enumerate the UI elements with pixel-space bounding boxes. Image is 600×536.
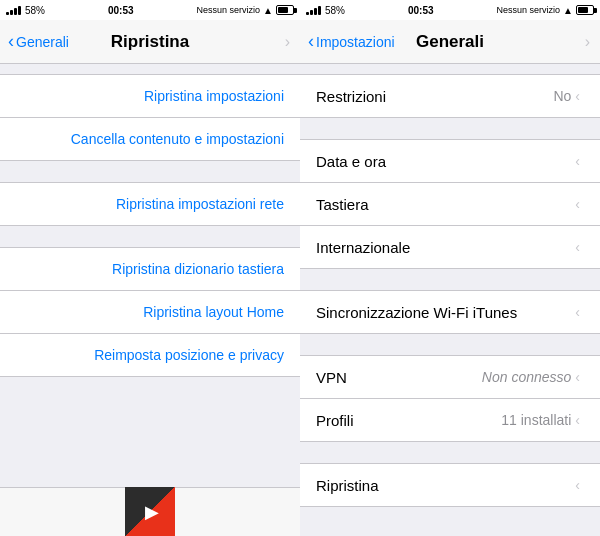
- right-status-right: Nessun servizio ▲: [497, 5, 594, 16]
- right-nav-title: Generali: [416, 32, 484, 52]
- back-chevron-icon-right: ‹: [308, 31, 314, 52]
- right-back-label[interactable]: Impostazioni: [316, 34, 395, 50]
- right-carrier: Nessun servizio: [497, 5, 561, 15]
- chevron-icon: ‹: [575, 196, 580, 212]
- left-section-3: Ripristina dizionario tastiera Ripristin…: [0, 247, 300, 377]
- left-status-right: Nessun servizio ▲: [197, 5, 294, 16]
- list-item[interactable]: Cancella contenuto e impostazioni: [0, 117, 300, 161]
- list-item[interactable]: Sincronizzazione Wi-Fi iTunes ‹: [300, 290, 600, 334]
- left-panel: 58% 00:53 Nessun servizio ▲ ‹ Generali R…: [0, 0, 300, 536]
- right-section-2: Data e ora ‹ Tastiera ‹ Internazionale ‹: [300, 139, 600, 269]
- list-item[interactable]: Internazionale ‹: [300, 225, 600, 269]
- cell-label-ripristina: Ripristina: [316, 477, 379, 494]
- left-status-bar: 58% 00:53 Nessun servizio ▲: [0, 0, 300, 20]
- right-section-4: VPN Non connesso ‹ Profili 11 installati…: [300, 355, 600, 442]
- cell-label-reset-location: Reimposta posizione e privacy: [94, 347, 284, 363]
- right-nav-bar: ‹ Impostazioni Generali ›: [300, 20, 600, 64]
- chevron-icon: ‹: [575, 88, 580, 104]
- play-icon: ▶: [145, 501, 159, 523]
- left-nav-chevron: ›: [285, 33, 290, 51]
- left-nav-title: Ripristina: [111, 32, 189, 52]
- chevron-icon: ‹: [575, 369, 580, 385]
- left-content: Ripristina impostazioni Cancella contenu…: [0, 64, 300, 487]
- battery-icon-right: [576, 5, 594, 15]
- list-item[interactable]: Tastiera ‹: [300, 182, 600, 226]
- cell-label-reset-settings: Ripristina impostazioni: [144, 88, 284, 104]
- cell-value-restrictions: No: [553, 88, 571, 104]
- list-item[interactable]: Ripristina layout Home: [0, 290, 300, 334]
- list-item[interactable]: VPN Non connesso ‹: [300, 355, 600, 399]
- left-status-left: 58%: [6, 5, 45, 16]
- cell-label-keyboard: Tastiera: [316, 196, 369, 213]
- list-item[interactable]: Profili 11 installati ‹: [300, 398, 600, 442]
- left-section-2: Ripristina impostazioni rete: [0, 182, 300, 226]
- cell-value-vpn: Non connesso: [482, 369, 572, 385]
- signal-icon-right: [306, 6, 321, 15]
- left-bottom-bar: ▶: [0, 487, 300, 536]
- signal-icon: [6, 6, 21, 15]
- cell-label-erase-content: Cancella contenuto e impostazioni: [71, 131, 284, 147]
- right-nav-back[interactable]: ‹ Impostazioni: [308, 31, 395, 52]
- list-item[interactable]: Restrizioni No ‹: [300, 74, 600, 118]
- list-item[interactable]: Data e ora ‹: [300, 139, 600, 183]
- cell-label-international: Internazionale: [316, 239, 410, 256]
- cell-value-profiles: 11 installati: [501, 412, 571, 428]
- left-time: 00:53: [108, 5, 134, 16]
- right-section-5: Ripristina ‹: [300, 463, 600, 507]
- right-nav-chevron: ›: [585, 33, 590, 51]
- right-time: 00:53: [408, 5, 434, 16]
- cell-label-itunes-wifi: Sincronizzazione Wi-Fi iTunes: [316, 304, 517, 321]
- right-content: Restrizioni No ‹ Data e ora ‹ Tastiera ‹…: [300, 64, 600, 536]
- cell-label-reset-keyboard: Ripristina dizionario tastiera: [112, 261, 284, 277]
- chevron-icon: ‹: [575, 477, 580, 493]
- right-section-3: Sincronizzazione Wi-Fi iTunes ‹: [300, 290, 600, 334]
- left-section-1: Ripristina impostazioni Cancella contenu…: [0, 74, 300, 161]
- left-back-label[interactable]: Generali: [16, 34, 69, 50]
- back-chevron-icon: ‹: [8, 31, 14, 52]
- cell-label-reset-home: Ripristina layout Home: [143, 304, 284, 320]
- wifi-icon-right: ▲: [563, 5, 573, 16]
- logo: ▶: [125, 487, 175, 536]
- left-signal-pct: 58%: [25, 5, 45, 16]
- chevron-icon: ‹: [575, 239, 580, 255]
- left-carrier: Nessun servizio: [197, 5, 261, 15]
- chevron-icon: ‹: [575, 153, 580, 169]
- list-item[interactable]: Ripristina impostazioni rete: [0, 182, 300, 226]
- list-item[interactable]: Ripristina ‹: [300, 463, 600, 507]
- wifi-icon-left: ▲: [263, 5, 273, 16]
- list-item[interactable]: Ripristina dizionario tastiera: [0, 247, 300, 291]
- right-panel: 58% 00:53 Nessun servizio ▲ ‹ Impostazio…: [300, 0, 600, 536]
- right-status-bar: 58% 00:53 Nessun servizio ▲: [300, 0, 600, 20]
- cell-label-restrictions: Restrizioni: [316, 88, 386, 105]
- right-section-1: Restrizioni No ‹: [300, 74, 600, 118]
- left-nav-back[interactable]: ‹ Generali: [8, 31, 69, 52]
- battery-icon-left: [276, 5, 294, 15]
- right-status-left: 58%: [306, 5, 345, 16]
- left-nav-bar: ‹ Generali Ripristina ›: [0, 20, 300, 64]
- cell-label-reset-network: Ripristina impostazioni rete: [116, 196, 284, 212]
- cell-label-datetime: Data e ora: [316, 153, 386, 170]
- chevron-icon: ‹: [575, 304, 580, 320]
- list-item[interactable]: Ripristina impostazioni: [0, 74, 300, 118]
- chevron-icon: ‹: [575, 412, 580, 428]
- list-item[interactable]: Reimposta posizione e privacy: [0, 333, 300, 377]
- cell-label-vpn: VPN: [316, 369, 347, 386]
- cell-label-profiles: Profili: [316, 412, 354, 429]
- right-signal-pct: 58%: [325, 5, 345, 16]
